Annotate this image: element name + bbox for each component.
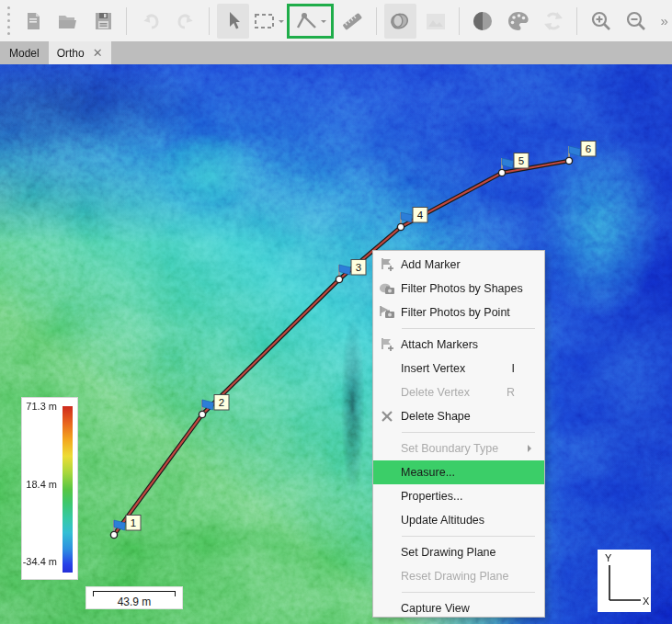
open-folder-icon [56, 10, 80, 32]
menu-separator [402, 592, 535, 593]
menu-item-label: Add Marker [401, 258, 537, 271]
menu-item-label: Set Drawing Plane [401, 546, 537, 559]
shapes-icon [387, 9, 413, 33]
menu-item-set-boundary-type[interactable]: Set Boundary Type [373, 437, 544, 460]
zoom-out-button[interactable] [620, 4, 652, 39]
tab-close-icon[interactable]: ✕ [93, 47, 103, 59]
marker-vertex-dot[interactable] [498, 169, 505, 176]
tab-model[interactable]: Model [0, 41, 49, 64]
hillshade-contrast-button[interactable] [467, 4, 499, 39]
rectangle-selection-button[interactable] [252, 4, 284, 39]
menu-item-delete-shape[interactable]: Delete Shape [373, 404, 544, 428]
open-file-button[interactable] [51, 4, 84, 39]
add-marker-icon [373, 256, 401, 273]
menu-item-reset-drawing-plane[interactable]: Reset Drawing Plane [373, 564, 544, 588]
save-button[interactable] [86, 4, 119, 39]
legend-max-value: 71.3 m [26, 401, 57, 412]
menu-item-label: Set Boundary Type [401, 442, 528, 455]
toolbar: » [0, 0, 672, 41]
menu-item-measure[interactable]: Measure... [373, 460, 544, 484]
palette-button[interactable] [502, 4, 534, 39]
show-orthophoto-button[interactable] [419, 4, 451, 39]
marker-vertex-dot[interactable] [199, 411, 205, 417]
dropdown-caret-icon[interactable] [321, 20, 326, 26]
menu-item-filter-photos-by-point[interactable]: Filter Photos by Point [373, 301, 544, 324]
toolbar-grip[interactable] [4, 6, 14, 37]
marker-vertex-dot[interactable] [110, 531, 117, 538]
ruler-icon [340, 10, 364, 32]
menu-item-capture-view[interactable]: Capture View [373, 596, 544, 618]
submenu-arrow-icon [528, 445, 535, 452]
undo-button[interactable] [134, 4, 166, 39]
marker-4[interactable]: 4 [397, 208, 427, 231]
menu-item-label: Filter Photos by Point [401, 306, 537, 319]
menu-item-label: Filter Photos by Shapes [401, 282, 537, 295]
show-shapes-button[interactable] [384, 4, 416, 39]
elevation-legend: 71.3 m 18.4 m -34.4 m [21, 397, 78, 580]
attach-markers-icon [373, 336, 401, 353]
dropdown-caret-icon[interactable] [279, 20, 284, 26]
redo-button[interactable] [169, 4, 201, 39]
menu-item-filter-photos-by-shapes[interactable]: Filter Photos by Shapes [373, 277, 544, 301]
menu-item-add-marker[interactable]: Add Marker [373, 253, 544, 277]
menu-item-shortcut: R [507, 386, 515, 399]
tab-ortho[interactable]: Ortho ✕ [49, 41, 111, 64]
draw-polyline-button[interactable] [287, 4, 333, 39]
save-icon [92, 10, 114, 32]
ortho-view[interactable]: 123456 71.3 m 18.4 m -34.4 m 43.9 m Y X … [0, 64, 672, 624]
menu-item-set-drawing-plane[interactable]: Set Drawing Plane [373, 540, 544, 564]
marker-6[interactable]: 6 [565, 142, 596, 165]
legend-min-value: -34.4 m [23, 556, 57, 567]
contrast-icon [471, 9, 495, 33]
toolbar-separator [459, 7, 460, 35]
filter-photos-by-point-icon [373, 304, 401, 321]
new-document-button[interactable] [17, 4, 49, 39]
menu-item-label: Update Altitudes [401, 514, 537, 527]
y-axis-label: Y [605, 552, 612, 563]
ruler-button[interactable] [336, 4, 369, 39]
menu-item-label: Reset Drawing Plane [401, 570, 537, 583]
menu-item-insert-vertex[interactable]: Insert VertexI [373, 357, 544, 380]
undo-icon [140, 10, 162, 32]
toolbar-separator [126, 7, 127, 35]
tab-bar: Model Ortho ✕ [0, 41, 672, 64]
x-axis-label: X [643, 596, 650, 607]
marker-3[interactable]: 3 [336, 260, 366, 283]
zoom-in-icon [589, 9, 613, 33]
toolbar-separator [576, 7, 577, 35]
tab-model-label: Model [9, 47, 40, 60]
elevation-color-ramp [63, 406, 73, 573]
menu-item-properties[interactable]: Properties... [373, 484, 544, 508]
marker-flag-icon [569, 146, 581, 156]
marker-2[interactable]: 2 [199, 395, 229, 418]
marker-flag-icon [339, 265, 351, 275]
select-cursor-button[interactable] [217, 4, 249, 39]
menu-separator [402, 432, 535, 433]
redo-icon [175, 10, 197, 32]
marker-1[interactable]: 1 [110, 516, 141, 539]
menu-item-update-altitudes[interactable]: Update Altitudes [373, 508, 544, 532]
menu-item-label: Delete Shape [401, 410, 537, 423]
menu-item-label: Insert Vertex [401, 362, 512, 375]
more-toolbar-items[interactable]: » [656, 13, 672, 28]
cursor-icon [222, 10, 245, 32]
menu-item-label: Delete Vertex [401, 386, 507, 399]
menu-item-delete-vertex[interactable]: Delete VertexR [373, 380, 544, 404]
axis-indicator: Y X [598, 550, 651, 612]
toolbar-separator [209, 7, 210, 35]
context-menu: Add MarkerFilter Photos by ShapesFilter … [372, 250, 545, 618]
polyline-icon [295, 10, 319, 32]
shapes-overlay: 123456 [0, 64, 672, 624]
new-document-icon [22, 10, 44, 32]
marker-label: 2 [219, 397, 224, 408]
marker-label: 4 [417, 210, 424, 221]
marker-vertex-dot[interactable] [565, 157, 572, 164]
zoom-in-button[interactable] [585, 4, 617, 39]
application-window: » Model Ortho ✕ 123456 71.3 m 18.4 m [0, 0, 672, 624]
marker-vertex-dot[interactable] [336, 276, 342, 282]
refresh-view-button[interactable] [537, 4, 569, 39]
zoom-out-icon [624, 9, 648, 33]
menu-item-attach-markers[interactable]: Attach Markers [373, 333, 544, 357]
marker-vertex-dot[interactable] [397, 223, 404, 230]
marker-label: 6 [586, 143, 591, 154]
